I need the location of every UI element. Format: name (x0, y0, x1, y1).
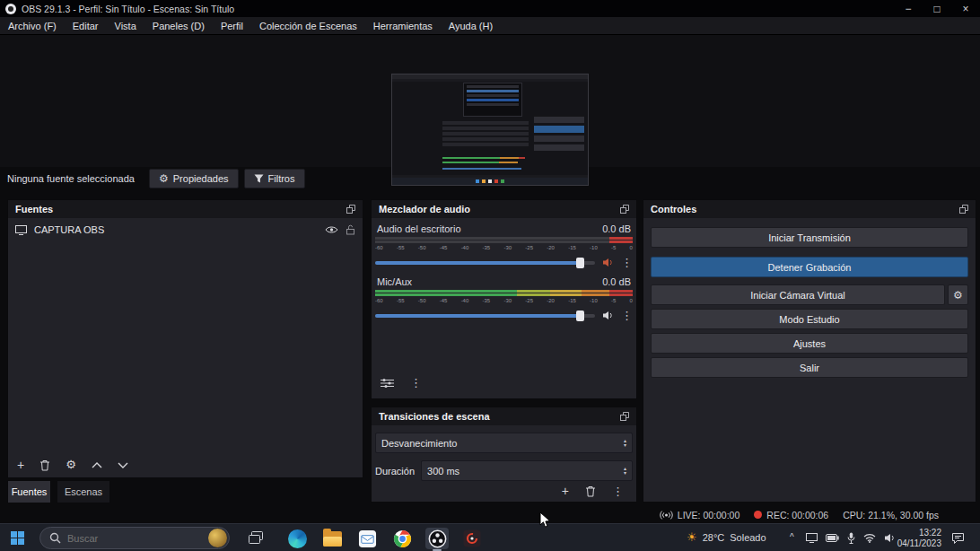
taskbar-clock[interactable]: 13:22 04/11/2023 (891, 528, 941, 548)
desktop-mute-icon[interactable] (602, 258, 614, 267)
selection-bar: Ninguna fuente seleccionada ⚙ Propiedade… (0, 167, 980, 189)
mic-volume-slider[interactable] (375, 314, 595, 318)
tab-fuentes-label: Fuentes (12, 486, 48, 497)
transitions-dock-header[interactable]: Transiciones de escena (372, 407, 636, 425)
filters-button[interactable]: Filtros (244, 169, 305, 188)
studio-mode-button[interactable]: Modo Estudio (651, 309, 968, 329)
stop-recording-button[interactable]: Detener Grabación (651, 257, 968, 277)
search-highlight-image[interactable] (208, 529, 227, 547)
desktop-audio-meter (375, 237, 633, 240)
menu-vista[interactable]: Vista (107, 17, 144, 35)
desktop-volume-slider[interactable] (375, 261, 595, 265)
audio-mixer-dock: Mezclador de audio Audio del escritorio … (371, 199, 637, 399)
maximize-button[interactable]: □ (923, 0, 951, 17)
add-transition-button[interactable]: + (562, 485, 569, 497)
battery-icon[interactable] (826, 534, 839, 542)
mixer-dock-header[interactable]: Mezclador de audio (372, 200, 636, 218)
dock-popout-icon[interactable] (346, 205, 355, 214)
properties-button[interactable]: ⚙ Propiedades (149, 169, 239, 188)
controls-dock-header[interactable]: Controles (643, 200, 976, 218)
minimize-button[interactable]: − (894, 0, 923, 17)
menu-coleccion-escenas[interactable]: Colección de Escenas (251, 17, 365, 35)
dock-popout-icon[interactable] (620, 412, 629, 421)
display-tray-icon[interactable] (806, 533, 818, 543)
menu-archivo[interactable]: Archivo (F) (0, 17, 65, 35)
desktop-audio-db: 0.0 dB (602, 223, 631, 234)
db-tick-label: -40 (461, 245, 469, 250)
taskbar-edge-icon[interactable] (285, 528, 309, 549)
acrobat-icon (463, 529, 481, 547)
db-tick-label: 0 (630, 245, 633, 250)
visibility-eye-icon[interactable] (325, 225, 338, 234)
taskbar-file-explorer-icon[interactable] (320, 528, 344, 549)
gear-icon: ⚙ (159, 173, 169, 184)
add-source-button[interactable]: + (17, 459, 24, 471)
select-arrows[interactable]: ▴ ▾ (624, 439, 626, 448)
taskbar-search[interactable] (39, 527, 230, 549)
transition-menu-button[interactable]: ⋮ (612, 485, 624, 497)
no-source-label: Ninguna fuente seleccionada (7, 173, 144, 184)
tab-escenas[interactable]: Escenas (57, 480, 110, 503)
menu-ayuda[interactable]: Ayuda (H) (441, 17, 501, 35)
preview-mini-button (534, 144, 584, 151)
taskbar-obs-icon[interactable] (425, 528, 449, 549)
db-tick-label: -35 (483, 245, 491, 250)
search-icon (49, 532, 61, 544)
dock-popout-icon[interactable] (620, 205, 629, 214)
mic-aux-menu-button[interactable]: ⋮ (621, 310, 633, 321)
spin-arrows[interactable]: ▴ ▾ (624, 467, 626, 476)
source-row[interactable]: CAPTURA OBS (8, 218, 363, 241)
titlebar[interactable]: OBS 29.1.3 - Perfil: Sin Título - Escena… (0, 0, 980, 17)
settings-button[interactable]: Ajustes (651, 333, 968, 354)
obs-icon (428, 529, 447, 548)
transition-select[interactable]: Desvanecimiento ▴ ▾ (375, 433, 633, 453)
exit-button[interactable]: Salir (651, 357, 968, 378)
wifi-icon[interactable] (863, 533, 876, 543)
desktop-audio-menu-button[interactable]: ⋮ (621, 257, 633, 268)
sources-toolbar: + ⚙ (8, 454, 363, 477)
menu-herramientas[interactable]: Herramientas (365, 17, 441, 35)
menu-editar[interactable]: Editar (65, 17, 107, 35)
remove-source-button[interactable] (39, 459, 50, 471)
mixer-settings-icon[interactable] (381, 378, 394, 389)
properties-label: Propiedades (173, 173, 229, 184)
mic-tray-icon[interactable] (847, 532, 855, 544)
search-input[interactable] (67, 533, 202, 544)
duration-spinbox[interactable]: 300 ms ▴ ▾ (421, 460, 633, 481)
sources-dock-title: Fuentes (15, 204, 53, 214)
virtual-camera-settings-button[interactable]: ⚙ (948, 284, 968, 305)
chrome-icon (393, 529, 412, 548)
task-view-button[interactable] (249, 531, 263, 544)
start-virtual-camera-button[interactable]: Iniciar Cámara Virtual (651, 284, 945, 305)
menu-paneles[interactable]: Paneles (D) (144, 17, 213, 35)
db-tick-label: -25 (525, 245, 533, 250)
lock-icon[interactable] (346, 224, 355, 235)
desktop-audio-channel: Audio del escritorio 0.0 dB -60-55-50-45… (375, 223, 633, 276)
taskbar-chrome-icon[interactable] (390, 528, 414, 549)
move-source-down-button[interactable] (118, 462, 128, 468)
db-tick-label: -45 (440, 245, 448, 250)
start-streaming-button[interactable]: Iniciar Transmisión (651, 227, 968, 248)
dock-popout-icon[interactable] (959, 205, 968, 214)
sources-dock: Fuentes CAPTURA OBS + ⚙ (7, 199, 363, 478)
start-button[interactable] (11, 531, 24, 545)
mic-volume-icon[interactable] (602, 310, 614, 320)
hidden-icons-chevron[interactable]: ^ (790, 532, 794, 542)
preview-mini-button (534, 117, 584, 123)
mixer-menu-button[interactable]: ⋮ (410, 377, 422, 389)
source-name: CAPTURA OBS (34, 224, 104, 235)
tab-fuentes[interactable]: Fuentes (7, 480, 51, 503)
close-button[interactable]: × (951, 0, 980, 17)
menu-perfil[interactable]: Perfil (213, 17, 251, 35)
sources-dock-header[interactable]: Fuentes (8, 200, 363, 218)
taskbar-mail-icon[interactable] (355, 528, 379, 549)
move-source-up-button[interactable] (92, 462, 102, 468)
source-properties-button[interactable]: ⚙ (66, 459, 76, 471)
taskbar-acrobat-icon[interactable] (460, 528, 484, 549)
db-tick-label: -5 (611, 298, 616, 303)
db-tick-label: 0 (630, 298, 633, 303)
mic-aux-meter (375, 290, 633, 293)
remove-transition-button[interactable] (585, 485, 596, 497)
notification-center-icon[interactable] (951, 532, 965, 544)
weather-widget[interactable]: ☀ 28°C Soleado (687, 531, 766, 543)
